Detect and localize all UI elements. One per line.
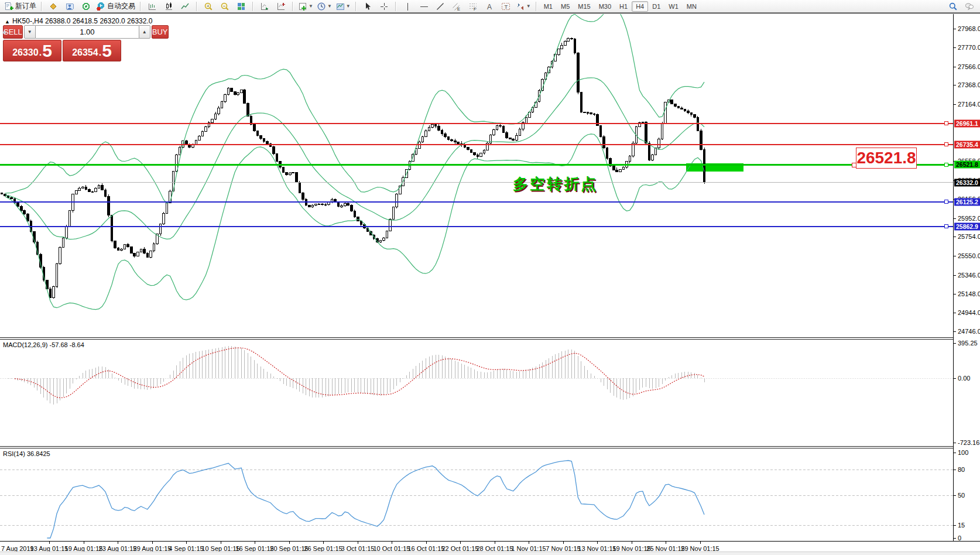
time-tick xyxy=(84,542,84,544)
ohlc-values: 26388.0 26418.5 26320.0 26332.0 xyxy=(45,17,153,25)
price-tick-label: 27770.0 xyxy=(958,44,980,51)
bottom-strip xyxy=(0,551,980,555)
timeframe-d1-button[interactable]: D1 xyxy=(648,1,664,12)
timeframe-h1-button[interactable]: H1 xyxy=(615,1,632,12)
buy-button[interactable]: BUY xyxy=(152,25,169,39)
time-tick xyxy=(255,542,255,544)
time-tick xyxy=(323,542,324,544)
main-chart-area[interactable]: ▲HK50-,H4 26388.0 26418.5 26320.0 26332.… xyxy=(0,14,953,337)
svg-text:A: A xyxy=(487,2,492,11)
volume-input[interactable] xyxy=(36,25,139,39)
cursor-button[interactable] xyxy=(359,0,376,13)
buy-price-main: 26354 xyxy=(72,46,98,60)
toolbar-separator xyxy=(252,2,253,11)
equidistant-channel-button[interactable]: E xyxy=(448,0,465,13)
horizontal-line-button[interactable] xyxy=(416,0,432,13)
sonar-glyph xyxy=(81,2,91,11)
time-tick xyxy=(186,542,187,544)
zoomin-glyph xyxy=(204,2,213,11)
volume-increase-button[interactable]: ▲ xyxy=(139,25,150,39)
vertical-line-button[interactable] xyxy=(399,0,416,13)
macd-scale-label: -723.16 xyxy=(958,439,979,446)
gold-diamond-icon[interactable] xyxy=(45,0,61,13)
axis-tick xyxy=(954,378,956,379)
chart-window: ▲HK50-,H4 26388.0 26418.5 26320.0 26332.… xyxy=(0,13,980,555)
rsi-scale-label: 15 xyxy=(958,522,965,529)
chat-glyph xyxy=(965,2,974,11)
chat-button[interactable] xyxy=(961,0,978,13)
clock-glyph xyxy=(317,2,326,11)
price-line-badge: 26125.2 xyxy=(954,198,980,206)
candlestick-chart-button[interactable] xyxy=(160,0,177,13)
svg-text:F: F xyxy=(474,6,477,11)
zoom-out-button[interactable] xyxy=(217,0,233,13)
panel-separator[interactable] xyxy=(0,446,980,448)
time-tick xyxy=(221,542,221,544)
zoom-in-button[interactable] xyxy=(200,0,217,13)
price-callout-label[interactable]: 26521.8 xyxy=(856,148,917,169)
axis-tick xyxy=(954,453,956,453)
time-tick xyxy=(460,542,461,544)
auto-scroll-button[interactable] xyxy=(256,0,273,13)
price-tick-label: 27566.0 xyxy=(958,63,980,70)
crosshair-glyph xyxy=(379,2,389,11)
time-tick xyxy=(358,542,358,544)
axis-tick xyxy=(954,313,956,313)
rsi-scale-label: 100 xyxy=(958,449,968,456)
chartplay-glyph xyxy=(260,2,269,11)
axis-tick xyxy=(954,104,956,105)
sell-price-pip: 5 xyxy=(42,42,52,60)
new-chart-button[interactable]: ▼ xyxy=(296,0,315,13)
axis-tick xyxy=(954,443,956,443)
toolbar-separator xyxy=(395,2,396,11)
crosshair-button[interactable] xyxy=(376,0,392,13)
collapse-trade-panel-button[interactable]: ▲ xyxy=(5,19,10,25)
price-axis[interactable]: 27968.027770.027566.027368.027164.026558… xyxy=(953,14,980,541)
macd-indicator-panel[interactable]: MACD(12,26,9) -57.68 -8.64 xyxy=(0,340,953,446)
volume-decrease-button[interactable]: ▼ xyxy=(24,25,36,39)
bar-chart-button[interactable] xyxy=(144,0,160,13)
timeframe-m15-button[interactable]: M15 xyxy=(574,1,594,12)
timeframe-m30-button[interactable]: M30 xyxy=(595,1,615,12)
text-label-button[interactable]: T xyxy=(498,0,514,13)
timeframe-w1-button[interactable]: W1 xyxy=(664,1,683,12)
chartshift-glyph xyxy=(276,2,286,11)
sell-button[interactable]: SELL xyxy=(3,25,23,39)
price-tick-label: 24746.0 xyxy=(958,328,980,335)
fibonacci-button[interactable]: F xyxy=(465,0,481,13)
linec-glyph xyxy=(180,2,190,11)
buy-price-button[interactable]: 26354.5 xyxy=(63,40,121,61)
price-tick-label: 25754.0 xyxy=(958,233,980,240)
templates-button[interactable]: ▼ xyxy=(334,0,352,13)
neworder-glyph xyxy=(4,2,13,11)
rsi-scale-label: 0 xyxy=(958,535,961,542)
trendline-button[interactable] xyxy=(432,0,448,13)
timeframe-m1-button[interactable]: M1 xyxy=(540,1,557,12)
new-order-button[interactable]: 新订单 xyxy=(2,0,38,13)
search-button[interactable] xyxy=(945,0,961,13)
autotrading-button[interactable]: 自动交易 xyxy=(94,0,137,13)
panel-separator[interactable] xyxy=(0,337,980,340)
price-tick-label: 27368.0 xyxy=(958,81,980,88)
arrows-button[interactable]: ▼ xyxy=(514,0,533,13)
periodicity-button[interactable]: ▼ xyxy=(315,0,334,13)
time-tick xyxy=(563,542,564,544)
axis-tick xyxy=(954,495,956,496)
timeframe-mn-button[interactable]: MN xyxy=(683,1,701,12)
timeframe-m5-button[interactable]: M5 xyxy=(557,1,574,12)
chart-text-annotation[interactable]: 多空转折点 xyxy=(513,174,598,194)
rsi-indicator-panel[interactable]: RSI(14) 36.8425 xyxy=(0,448,953,541)
sell-price-button[interactable]: 26330.5 xyxy=(3,40,61,61)
chart-shift-button[interactable] xyxy=(273,0,289,13)
text-button[interactable]: A xyxy=(481,0,498,13)
vline-glyph xyxy=(403,2,412,11)
line-chart-button[interactable] xyxy=(177,0,193,13)
axis-tick xyxy=(954,85,956,85)
timeframe-h4-button[interactable]: H4 xyxy=(632,1,648,12)
tile-windows-button[interactable] xyxy=(233,0,249,13)
signal-radar-icon[interactable] xyxy=(78,0,94,13)
price-line-badge: 25862.9 xyxy=(954,223,980,231)
hline-glyph xyxy=(419,2,429,11)
profile-window-icon[interactable] xyxy=(61,0,78,13)
search-glyph xyxy=(948,2,958,11)
